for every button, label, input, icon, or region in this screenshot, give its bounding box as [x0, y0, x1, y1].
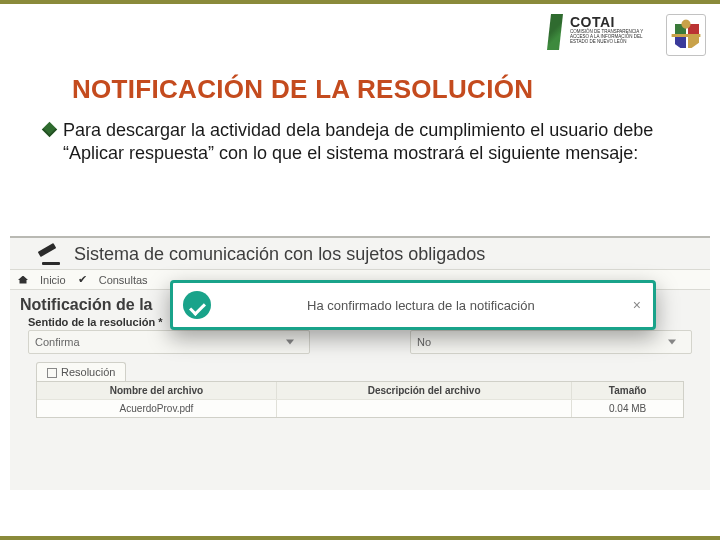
col-tamano: Tamaño [572, 382, 683, 399]
embedded-screenshot: Sistema de comunicación con los sujetos … [10, 236, 710, 490]
col-desc: Descripción del archivo [277, 382, 572, 399]
col-nombre: Nombre del archivo [37, 382, 277, 399]
table-row[interactable]: AcuerdoProv.pdf 0.04 MB [37, 399, 683, 417]
tab-resolucion[interactable]: Resolución [36, 362, 126, 381]
tab-square-icon [47, 368, 57, 378]
sentido-select[interactable]: Confirma [28, 330, 310, 354]
system-title: Sistema de comunicación con los sujetos … [74, 244, 485, 265]
cotai-subtitle: COMISIÓN DE TRANSPARENCIA Y ACCESO A LA … [570, 30, 660, 45]
cotai-mark-icon [547, 14, 567, 50]
bullet-diamond-icon [42, 122, 58, 138]
cotai-logo: COTAI COMISIÓN DE TRANSPARENCIA Y ACCESO… [547, 14, 660, 50]
crumb-home[interactable]: Inicio [40, 274, 66, 286]
top-border [0, 0, 720, 4]
tab-strip: Resolución [36, 362, 684, 381]
bullet-text: Para descargar la actividad dela bandeja… [63, 119, 688, 164]
cell-tamano: 0.04 MB [572, 400, 683, 417]
cell-desc [277, 400, 572, 417]
tab-label: Resolución [61, 366, 115, 378]
check-icon: ✔ [78, 273, 87, 286]
instr-value: No [417, 336, 431, 348]
state-shield-icon [666, 14, 706, 56]
gavel-icon [38, 245, 64, 265]
confirmation-toast: Ha confirmado lectura de la notificación… [170, 280, 656, 330]
bottom-border [0, 536, 720, 540]
slide-bullet: Para descargar la actividad dela bandeja… [44, 119, 688, 164]
system-title-bar: Sistema de comunicación con los sujetos … [10, 238, 710, 269]
file-table: Nombre del archivo Descripción del archi… [36, 381, 684, 418]
success-check-icon [183, 291, 211, 319]
crumb-consultas[interactable]: Consultas [99, 274, 148, 286]
instr-select[interactable]: No [410, 330, 692, 354]
table-header: Nombre del archivo Descripción del archi… [37, 382, 683, 399]
toast-close-button[interactable]: × [631, 297, 643, 313]
home-icon[interactable] [18, 276, 28, 284]
cotai-name: COTAI [570, 14, 660, 30]
slide-title: NOTIFICACIÓN DE LA RESOLUCIÓN [72, 74, 720, 105]
sentido-value: Confirma [35, 336, 80, 348]
cell-nombre: AcuerdoProv.pdf [37, 400, 277, 417]
toast-message: Ha confirmado lectura de la notificación [225, 298, 617, 313]
header-logos: COTAI COMISIÓN DE TRANSPARENCIA Y ACCESO… [547, 14, 706, 56]
